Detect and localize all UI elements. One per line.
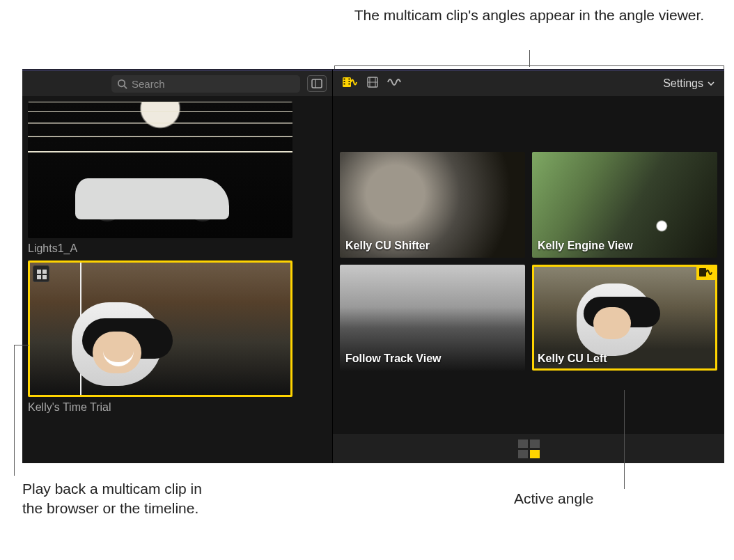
browser-layout-button[interactable] (307, 75, 327, 92)
multicam-badge-icon (33, 265, 49, 282)
callout-angle-viewer: The multicam clip's angles appear in the… (334, 6, 724, 25)
svg-point-0 (118, 79, 125, 86)
svg-rect-9 (349, 81, 350, 82)
svg-rect-10 (349, 84, 350, 85)
browser-panel: Lights1_A Kelly's Time Trial (22, 70, 333, 463)
svg-rect-6 (344, 81, 345, 82)
clip-label: Lights1_A (28, 242, 292, 255)
chevron-down-icon (708, 81, 715, 86)
search-icon (117, 79, 127, 89)
settings-label: Settings (663, 77, 703, 90)
browser-toolbar (22, 70, 332, 96)
angle-label: Kelly Engine View (538, 240, 633, 252)
angle-tile[interactable]: Kelly CU Shifter (340, 152, 525, 258)
search-input[interactable] (130, 77, 295, 91)
search-field[interactable] (111, 75, 300, 93)
clip-label: Kelly's Time Trial (28, 401, 292, 414)
active-angle-flag-icon (696, 265, 717, 280)
svg-rect-15 (699, 268, 706, 277)
angle-viewer-settings[interactable]: Settings (663, 77, 715, 90)
angle-label: Follow Track View (345, 352, 442, 365)
svg-rect-8 (349, 79, 350, 80)
app-window: Lights1_A Kelly's Time Trial (22, 69, 724, 463)
clip-thumbnail[interactable] (28, 102, 292, 238)
angle-label: Kelly CU Shifter (345, 240, 430, 252)
clip-thumbnail[interactable] (28, 260, 292, 397)
browser-clip[interactable]: Kelly's Time Trial (28, 260, 292, 414)
angle-tile[interactable]: Follow Track View (340, 265, 525, 371)
angle-viewer-footer (333, 434, 724, 463)
svg-rect-7 (344, 84, 345, 85)
callout-active-angle: Active angle (514, 490, 593, 507)
angle-viewer-toolbar: Settings (333, 70, 724, 96)
browser-clip[interactable]: Lights1_A (28, 102, 292, 255)
angle-grid: Kelly CU Shifter Kelly Engine View Follo… (333, 96, 724, 434)
audio-only-mode-icon[interactable] (387, 77, 403, 91)
svg-rect-2 (312, 79, 322, 88)
callout-connector-right (624, 390, 625, 489)
callout-play-back: Play back a multicam clip in the browser… (22, 479, 203, 519)
callout-connector-left (14, 345, 15, 476)
angle-label: Kelly CU Left (538, 352, 607, 365)
angle-layout-button[interactable] (518, 440, 540, 458)
video-audio-mode-icon[interactable] (343, 76, 358, 91)
angle-viewer-panel: Settings Kelly CU Shifter Kelly Engine V… (333, 70, 724, 463)
angle-tile-active[interactable]: Kelly CU Left (532, 265, 717, 371)
svg-line-1 (124, 86, 127, 88)
filmstrip-icon (311, 79, 322, 88)
angle-tile[interactable]: Kelly Engine View (532, 152, 717, 258)
browser-body: Lights1_A Kelly's Time Trial (22, 96, 332, 463)
svg-rect-5 (344, 79, 345, 80)
video-only-mode-icon[interactable] (366, 76, 379, 91)
